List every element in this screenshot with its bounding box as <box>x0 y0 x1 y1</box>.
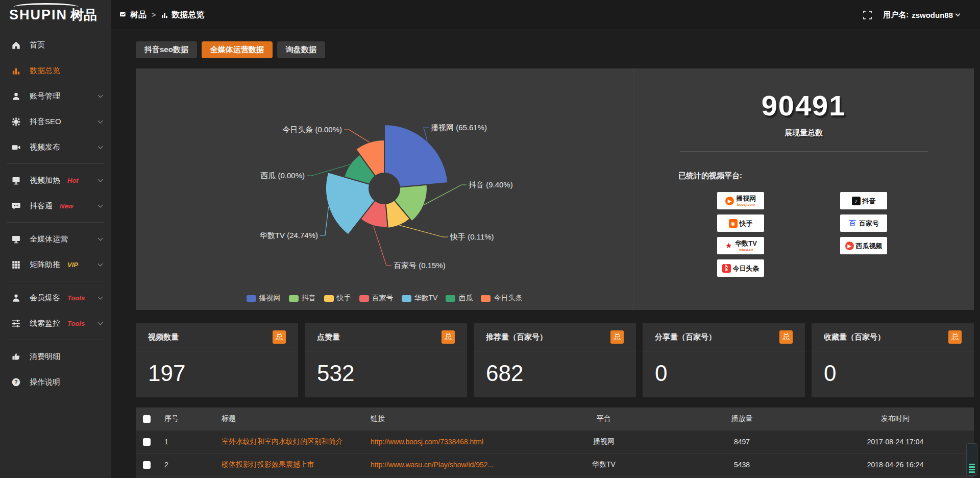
legend-chip <box>289 295 299 302</box>
stat-card-header: 点赞量总 <box>305 323 467 351</box>
chevron-down-icon <box>98 203 103 208</box>
chevron-down-icon <box>98 144 103 149</box>
sidebar-item-会员爆客[interactable]: 会员爆客Tools <box>0 285 111 310</box>
legend-item-百家号[interactable]: 百家号 <box>359 294 394 303</box>
platform-name: 快手 <box>740 220 753 227</box>
tab-询盘数据[interactable]: 询盘数据 <box>277 41 325 58</box>
logo-arc-icon <box>13 3 79 11</box>
total-impressions-label: 展现量总数 <box>633 128 974 138</box>
table-header-row: 序号标题链接平台播放量发布时间 <box>136 408 974 430</box>
select-all-checkbox[interactable] <box>143 415 151 423</box>
platform-sub: boosj.com <box>737 203 755 206</box>
breadcrumb-label: 数据总览 <box>172 10 204 20</box>
sidebar-item-label: 消费明细 <box>30 352 60 362</box>
monitor-icon <box>11 234 21 244</box>
total-badge: 总 <box>948 330 962 344</box>
platform-badge-抖音: ♪抖音 <box>840 192 887 209</box>
breadcrumb-item[interactable]: 数据总览 <box>161 10 204 20</box>
legend-label: 快手 <box>337 294 351 303</box>
widget-bar-icon <box>969 469 975 470</box>
cell-url-link[interactable]: http://www.boosj.com/7338468.html <box>364 438 541 446</box>
sidebar-item-label: 抖音SEO <box>30 117 61 127</box>
column-header-播放量: 播放量 <box>667 414 817 423</box>
sidebar-item-label: 全媒体运营 <box>30 234 68 244</box>
breadcrumb-separator: > <box>152 11 156 19</box>
widget-bar-icon <box>969 466 975 468</box>
total-impressions-value: 90491 <box>633 89 974 122</box>
column-header-链接: 链接 <box>364 414 541 423</box>
sidebar-item-badge: Tools <box>67 320 85 327</box>
sidebar-item-视频加热[interactable]: 视频加热Hot <box>0 168 111 193</box>
breadcrumb-item[interactable]: 树品 <box>119 10 146 20</box>
pie-label-line <box>424 185 467 205</box>
sidebar-item-badge: VIP <box>67 261 78 269</box>
table-row <box>136 476 974 478</box>
platform-name: 西瓜视频 <box>856 243 883 249</box>
cell-serial: 1 <box>158 438 215 446</box>
rose-pie-chart: 播视网 (65.61%)抖音 (9.40%)快手 (0.11%)百家号 (0.1… <box>136 68 633 310</box>
sidebar-item-抖客通[interactable]: 抖客通New <box>0 193 111 219</box>
sidebar-item-首页[interactable]: 首页 <box>0 32 111 58</box>
sidebar-item-矩阵助推[interactable]: 矩阵助推VIP <box>0 252 111 277</box>
tab-抖音seo数据[interactable]: 抖音seo数据 <box>136 41 197 58</box>
sidebar-item-账号管理[interactable]: 账号管理 <box>0 83 111 109</box>
floating-widget[interactable] <box>966 443 977 476</box>
legend-item-播视网[interactable]: 播视网 <box>247 294 281 303</box>
member-icon <box>11 293 21 303</box>
sidebar-item-全媒体运营[interactable]: 全媒体运营 <box>0 226 111 252</box>
platform-badge-快手: ◉快手 <box>717 214 764 232</box>
chevron-down-icon <box>98 295 103 300</box>
cell-title-link[interactable]: 室外水纹灯和室内水纹灯的区别和简介 <box>215 437 364 446</box>
user-label: 用户名: <box>883 10 909 20</box>
help-icon: ? <box>11 377 21 387</box>
sidebar-divider <box>7 222 104 223</box>
pie-slice-播视网[interactable] <box>384 125 448 187</box>
row-checkbox[interactable] <box>143 461 151 469</box>
breadcrumb: 树品>数据总览 <box>119 10 204 20</box>
total-badge: 总 <box>610 330 624 344</box>
sidebar-item-消费明细[interactable]: 消费明细 <box>0 344 111 369</box>
column-header-平台: 平台 <box>541 414 667 423</box>
stat-card-value: 682 <box>474 351 636 386</box>
pie-label-抖音: 抖音 (9.40%) <box>469 180 513 189</box>
sidebar-item-数据总览[interactable]: 数据总览 <box>0 58 111 83</box>
sidebar-item-badge: Tools <box>67 294 85 302</box>
platform-name: 今日头条 <box>733 265 760 272</box>
fullscreen-icon[interactable] <box>863 11 872 19</box>
chevron-down-icon <box>98 261 103 267</box>
chevron-down-icon <box>98 177 103 182</box>
user-menu[interactable]: 用户名: zswodun88 <box>883 10 960 20</box>
summary-panel: 90491 展现量总数 已统计的视频平台: ▶播视网boosj.com◉快手★华… <box>633 68 974 310</box>
sidebar-item-label: 账号管理 <box>30 91 60 101</box>
cell-published: 2018-04-26 16:24 <box>817 461 974 469</box>
cell-title-link[interactable]: 楼体投影灯投影效果震撼上市 <box>215 460 364 469</box>
chevron-down-icon <box>98 118 103 124</box>
legend-item-快手[interactable]: 快手 <box>324 294 351 303</box>
row-checkbox[interactable] <box>143 438 151 446</box>
stat-card-title: 点赞量 <box>317 332 340 342</box>
grid-icon <box>11 260 21 270</box>
user-icon <box>11 91 21 101</box>
platform-name: 华数TV <box>735 240 757 247</box>
cell-url-link[interactable]: http://www.wasu.cn/Play/show/id/952... <box>364 461 541 469</box>
sidebar-item-操作说明[interactable]: ?操作说明 <box>0 369 111 395</box>
legend-item-抖音[interactable]: 抖音 <box>289 294 316 303</box>
stat-card-title: 分享量（百家号） <box>655 332 716 342</box>
legend-item-今日头条[interactable]: 今日头条 <box>481 294 522 303</box>
widget-bar-icon <box>969 471 975 473</box>
legend-item-西瓜[interactable]: 西瓜 <box>446 294 473 303</box>
stat-cards-row: 视频数量总197点赞量总532推荐量（百家号）总682分享量（百家号）总0收藏量… <box>136 323 974 397</box>
pie-label-播视网: 播视网 (65.61%) <box>430 123 487 132</box>
sidebar-item-badge: New <box>60 202 74 210</box>
tab-全媒体运营数据[interactable]: 全媒体运营数据 <box>202 41 273 58</box>
sidebar-item-抖音SEO[interactable]: 抖音SEO <box>0 109 111 134</box>
sidebar-item-label: 会员爆客 <box>30 293 60 303</box>
pie-svg: 播视网 (65.61%)抖音 (9.40%)快手 (0.11%)百家号 (0.1… <box>136 68 633 310</box>
legend-item-华数TV[interactable]: 华数TV <box>402 294 438 303</box>
chart-legend: 播视网抖音快手百家号华数TV西瓜今日头条 <box>136 294 633 303</box>
sidebar-item-线索监控[interactable]: 线索监控Tools <box>0 310 111 336</box>
stat-card-title: 视频数量 <box>148 332 179 342</box>
sidebar-item-视频发布[interactable]: 视频发布 <box>0 134 111 160</box>
stat-card-分享量（百家号）: 分享量（百家号）总0 <box>643 323 805 397</box>
topbar: SHUPIN 树品 树品>数据总览 用户名: zswodun88 <box>0 0 980 30</box>
